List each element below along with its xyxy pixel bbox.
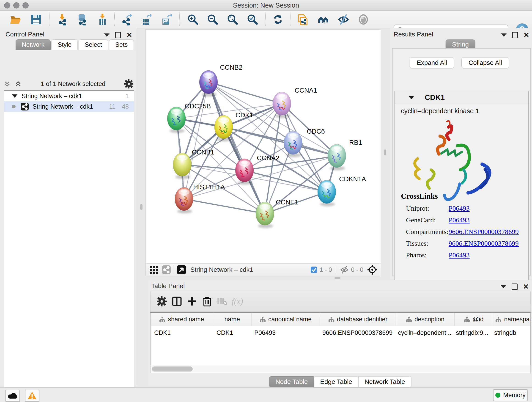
- node-ccnb2[interactable]: [199, 70, 218, 96]
- crosshair-icon[interactable]: [367, 264, 378, 275]
- open-session-icon[interactable]: [9, 13, 22, 26]
- edge-ccnb2-ccna1[interactable]: [209, 82, 282, 104]
- collapse-all-button[interactable]: Collapse All: [462, 57, 509, 68]
- zoom-fit-icon[interactable]: [226, 13, 239, 26]
- table-row[interactable]: CDK1CDK1P064939606.ENSP00000378699cyclin…: [151, 326, 530, 339]
- memory-button[interactable]: Memory: [493, 389, 528, 401]
- table-cell[interactable]: CDK1: [151, 326, 213, 339]
- edge-rb1-hist1h1a[interactable]: [184, 156, 337, 199]
- tab-select[interactable]: Select: [79, 39, 108, 50]
- column-header-namespace[interactable]: namespace: [493, 313, 531, 326]
- warnings-button[interactable]: [25, 390, 39, 402]
- panel-float-icon[interactable]: [512, 32, 518, 38]
- node-ccne1[interactable]: [256, 202, 274, 228]
- show-columns-icon[interactable]: [169, 294, 184, 308]
- grid-view-icon[interactable]: [149, 265, 158, 274]
- column-header--id[interactable]: @id: [455, 313, 493, 326]
- tab-network-table[interactable]: Network Table: [358, 376, 411, 387]
- network-canvas[interactable]: CCNB2CCNA1CDC25BCDK1CDC6RB1CCNB1CCNA2CDK…: [146, 29, 381, 264]
- expand-all-networks-icon[interactable]: [3, 80, 11, 88]
- expand-all-button[interactable]: Expand All: [410, 57, 454, 68]
- node-cdc25b[interactable]: [167, 107, 186, 133]
- refresh-icon[interactable]: [272, 13, 284, 26]
- selection-status: 1 of 1 Network selected: [22, 80, 124, 88]
- table-cell[interactable]: 9606.ENSP00000378699: [319, 326, 394, 339]
- create-column-icon[interactable]: [184, 294, 200, 308]
- hidden-eye-icon[interactable]: [340, 265, 349, 274]
- column-header-canonical-name[interactable]: canonical name: [252, 313, 320, 326]
- panel-float-icon[interactable]: [115, 32, 121, 38]
- column-header-name[interactable]: name: [213, 313, 252, 326]
- splitter-handle-left[interactable]: [140, 204, 143, 210]
- gene-header-row[interactable]: CDK1: [394, 91, 528, 104]
- table-settings-gear-icon[interactable]: [154, 294, 169, 308]
- column-header-shared-name[interactable]: shared name: [151, 313, 213, 326]
- export-network-icon[interactable]: [120, 13, 133, 26]
- splitter-handle-bottom[interactable]: [335, 277, 341, 279]
- collapse-all-networks-icon[interactable]: [14, 80, 22, 88]
- network-collection-row[interactable]: String Network – cdk1 1: [4, 91, 134, 101]
- table-cell[interactable]: stringdb:9...: [452, 326, 491, 339]
- tab-network[interactable]: Network: [16, 39, 51, 50]
- column-mapping-icon: [159, 316, 165, 322]
- gear-icon[interactable]: [124, 79, 133, 89]
- node-table[interactable]: shared namenamecanonical namedatabase id…: [150, 312, 531, 365]
- network-row[interactable]: String Network – cdk1 11 48: [4, 101, 134, 112]
- import-table-file-icon[interactable]: [96, 13, 109, 26]
- cloud-button[interactable]: [6, 390, 20, 402]
- tab-edge-table[interactable]: Edge Table: [314, 376, 358, 387]
- crosslink-link[interactable]: 9606.ENSP00000378699: [449, 240, 519, 247]
- table-cell[interactable]: CDK1: [213, 326, 251, 339]
- tab-node-table[interactable]: Node Table: [269, 376, 314, 387]
- tree-expand-icon[interactable]: [12, 95, 17, 98]
- splitter-handle-right[interactable]: [384, 149, 386, 155]
- edge-ccnb1-ccna2[interactable]: [182, 165, 244, 170]
- horizontal-scrollbar[interactable]: [150, 365, 531, 373]
- import-network-file-icon[interactable]: [56, 13, 69, 26]
- zoom-in-icon[interactable]: [186, 13, 199, 26]
- first-neighbors-icon[interactable]: [317, 13, 330, 26]
- protein-structure-image: [404, 116, 500, 204]
- node-rb1[interactable]: [328, 144, 346, 170]
- crosslink-link[interactable]: P06493: [449, 204, 470, 212]
- crosslink-link[interactable]: 9606.ENSP00000378699: [449, 228, 519, 236]
- crosslink-link[interactable]: P06493: [449, 216, 470, 224]
- node-hist1h1a[interactable]: [175, 187, 193, 213]
- node-ccnb1[interactable]: [173, 153, 191, 179]
- export-table-icon[interactable]: [139, 13, 152, 26]
- network-from-selection-icon[interactable]: [297, 13, 309, 26]
- column-header-database-identifier[interactable]: database identifier: [320, 313, 396, 326]
- zoom-selected-icon[interactable]: [246, 13, 259, 26]
- hide-selected-icon[interactable]: [337, 13, 350, 26]
- show-graphics-details-icon[interactable]: [357, 13, 370, 26]
- selected-checkbox-icon[interactable]: [310, 266, 317, 273]
- panel-float-icon[interactable]: [512, 283, 518, 290]
- delete-column-icon[interactable]: [200, 294, 215, 308]
- panel-collapse-icon[interactable]: [500, 285, 506, 288]
- column-mapping-icon: [464, 316, 470, 322]
- table-cell[interactable]: P06493: [251, 326, 319, 339]
- tab-sets[interactable]: Sets: [109, 39, 134, 50]
- panel-collapse-icon[interactable]: [501, 33, 507, 37]
- crosslink-link[interactable]: P06493: [449, 251, 470, 259]
- results-panel-title: Results Panel: [394, 31, 433, 38]
- column-header-description[interactable]: description: [396, 313, 455, 326]
- panel-close-icon[interactable]: ✕: [523, 283, 529, 290]
- table-cell[interactable]: cyclin–dependent ...: [394, 326, 452, 339]
- tab-style[interactable]: Style: [51, 39, 78, 50]
- export-image-icon[interactable]: [160, 13, 172, 26]
- node-cdc6[interactable]: [284, 131, 302, 157]
- scrollbar-thumb[interactable]: [152, 366, 193, 371]
- collapse-gene-icon[interactable]: [408, 96, 414, 99]
- hidden-count: 0 - 0: [351, 266, 363, 274]
- zoom-out-icon[interactable]: [206, 13, 219, 26]
- panel-collapse-icon[interactable]: [104, 33, 109, 37]
- save-session-icon[interactable]: [30, 13, 42, 26]
- import-network-database-icon[interactable]: [75, 13, 88, 26]
- table-cell[interactable]: stringdb: [491, 326, 531, 339]
- share-view-icon[interactable]: [162, 265, 171, 274]
- node-cdkn1a[interactable]: [317, 180, 336, 206]
- panel-close-icon[interactable]: ✕: [127, 32, 132, 38]
- panel-close-icon[interactable]: ✕: [524, 32, 529, 38]
- birds-eye-view-icon[interactable]: [177, 265, 186, 274]
